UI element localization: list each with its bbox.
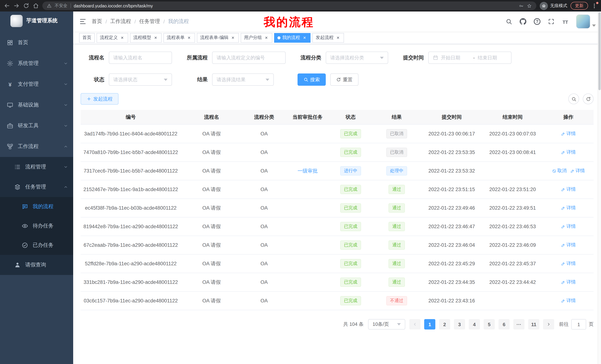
cell-id: 7317cec6-7b9b-11ec-b5b7-acde48001122 xyxy=(80,162,181,180)
cancel-link[interactable]: 取消 xyxy=(552,168,567,174)
github-icon[interactable] xyxy=(517,15,529,28)
detail-link[interactable]: 详情 xyxy=(561,279,576,285)
browser-home-icon[interactable] xyxy=(33,3,39,9)
address-bar[interactable]: 不安全 dashboard.yudao.iocoder.cn/bpm/task/… xyxy=(42,1,536,10)
detail-link[interactable]: 详情 xyxy=(570,168,585,174)
update-button[interactable]: 更新 xyxy=(571,2,588,10)
help-icon[interactable]: ? xyxy=(531,15,543,28)
sidebar-item-infra[interactable]: 基础设施 xyxy=(0,95,73,115)
page-number-button[interactable]: 11 xyxy=(528,319,539,329)
sidebar-item-home[interactable]: 首页 xyxy=(0,32,73,53)
status-select[interactable]: 请选择状态 xyxy=(109,74,172,86)
close-icon[interactable]: × xyxy=(335,35,341,40)
status-badge: 已完成 xyxy=(340,148,361,157)
browser-menu-icon[interactable] xyxy=(591,2,597,9)
detail-link[interactable]: 详情 xyxy=(561,260,576,267)
close-icon[interactable]: × xyxy=(264,35,269,40)
sidebar-item-task-mgmt[interactable]: 任务管理 xyxy=(0,177,73,197)
page-scrollbar[interactable] xyxy=(598,11,601,364)
detail-link[interactable]: 详情 xyxy=(561,205,576,211)
avatar[interactable] xyxy=(576,14,590,29)
cell-process-name: OA 请假 xyxy=(181,255,242,273)
result-select[interactable]: 请选择流结果 xyxy=(212,74,274,86)
page-number-button[interactable]: 1 xyxy=(424,319,435,329)
url-text[interactable]: dashboard.yudao.iocoder.cn/bpm/task/my xyxy=(74,3,516,8)
sidebar-item-todo-task[interactable]: 待办任务 xyxy=(0,216,73,236)
page-number-button[interactable]: 3 xyxy=(454,319,465,329)
detail-link[interactable]: 详情 xyxy=(561,242,576,248)
sidebar-item-my-process[interactable]: 我的流程 xyxy=(0,197,73,216)
view-tab[interactable]: 发起流程 × xyxy=(312,33,344,42)
detail-link[interactable]: 详情 xyxy=(561,149,576,155)
caret-down-icon xyxy=(592,25,596,27)
sidebar-item-process-mgmt[interactable]: 流程管理 xyxy=(0,157,73,177)
prev-page-button[interactable] xyxy=(409,319,421,329)
detail-link[interactable]: 详情 xyxy=(561,297,576,304)
bookmark-star-icon[interactable] xyxy=(527,3,532,8)
detail-link[interactable]: 详情 xyxy=(561,186,576,192)
sidebar-item-leave-query[interactable]: 请假查询 xyxy=(0,255,73,275)
date-end-placeholder[interactable]: 结束日期 xyxy=(478,54,507,61)
browser-reload-icon[interactable] xyxy=(23,3,29,9)
toggle-search-icon[interactable] xyxy=(568,94,579,104)
fullscreen-icon[interactable] xyxy=(545,15,558,28)
category-label: 流程分类 xyxy=(291,54,326,61)
page-size-select[interactable]: 10条/页 xyxy=(368,319,405,329)
breadcrumb-home[interactable]: 首页 xyxy=(92,18,102,25)
process-table: 编号流程名流程分类当前审批任务状态结果提交时间结束时间操作 3ad174fb-7… xyxy=(80,110,594,310)
sidebar-item-done-task[interactable]: 已办任务 xyxy=(0,236,73,255)
process-definition-input[interactable] xyxy=(212,52,286,64)
font-size-icon[interactable]: TT xyxy=(559,15,572,28)
sidebar-item-system[interactable]: 系统管理 xyxy=(0,53,73,74)
table-row: 819442e8-7b9a-11ec-a290-acde48001122 OA … xyxy=(80,217,594,236)
browser-forward-icon[interactable] xyxy=(13,3,20,9)
header-search-icon[interactable] xyxy=(502,15,515,28)
sidebar-item-dev[interactable]: 研发工具 xyxy=(0,115,73,136)
reset-button[interactable]: 重置 xyxy=(330,74,359,86)
refresh-table-icon[interactable] xyxy=(583,94,594,104)
close-icon[interactable]: × xyxy=(302,35,307,40)
close-icon[interactable]: × xyxy=(153,35,158,40)
date-range-picker[interactable]: 开始日期 - 结束日期 xyxy=(428,52,511,64)
create-process-button[interactable]: 发起流程 xyxy=(80,93,119,105)
view-tab[interactable]: 首页 × xyxy=(79,33,95,42)
close-icon[interactable]: × xyxy=(120,35,125,40)
view-tab[interactable]: 流程表单-编辑 × xyxy=(197,33,239,42)
detail-link[interactable]: 详情 xyxy=(561,223,576,230)
search-button[interactable]: 搜索 xyxy=(298,74,326,86)
page-number-button[interactable]: ··· xyxy=(513,319,524,329)
search-icon xyxy=(303,77,308,82)
process-name-input[interactable] xyxy=(109,52,172,64)
page-number-button[interactable]: 5 xyxy=(484,319,495,329)
close-icon[interactable]: × xyxy=(186,35,192,40)
cancel-icon xyxy=(552,169,556,173)
browser-back-icon[interactable] xyxy=(4,3,10,9)
detail-link[interactable]: 详情 xyxy=(561,131,576,137)
sidebar-item-pay[interactable]: ¥ 支付管理 xyxy=(0,74,73,95)
view-tab[interactable]: 流程模型 × xyxy=(130,33,161,42)
view-tab[interactable]: 我的流程 × xyxy=(274,33,311,42)
category-select[interactable]: 请选择流程分类 xyxy=(326,52,388,64)
security-label[interactable]: 不安全 xyxy=(55,3,67,9)
sidebar-item-workflow[interactable]: 工作流程 xyxy=(0,136,73,157)
view-tab[interactable]: 流程表单 × xyxy=(163,33,195,42)
close-icon[interactable]: × xyxy=(230,35,235,40)
current-task-link[interactable]: 一级审批 xyxy=(298,168,318,174)
key-icon[interactable] xyxy=(519,3,524,8)
view-tab[interactable]: 流程定义 × xyxy=(97,33,128,42)
page-number-button[interactable]: 2 xyxy=(439,319,450,329)
breadcrumb-current: 我的流程 xyxy=(168,18,189,25)
page-number-button[interactable]: 6 xyxy=(499,319,510,329)
view-tab[interactable]: 用户分组 × xyxy=(241,33,272,42)
page-number-button[interactable]: 4 xyxy=(469,319,480,329)
breadcrumb-task[interactable]: 任务管理 xyxy=(139,18,160,25)
next-page-button[interactable] xyxy=(543,319,554,329)
scrollbar-thumb[interactable] xyxy=(598,12,601,90)
goto-page-input[interactable] xyxy=(571,319,586,329)
hamburger-icon[interactable] xyxy=(79,18,87,25)
date-start-placeholder[interactable]: 开始日期 xyxy=(441,54,470,61)
column-header: 流程名 xyxy=(181,110,242,124)
chevron-down-icon xyxy=(63,103,68,107)
breadcrumb-workflow[interactable]: 工作流程 xyxy=(110,18,131,25)
user-menu[interactable] xyxy=(576,14,596,29)
